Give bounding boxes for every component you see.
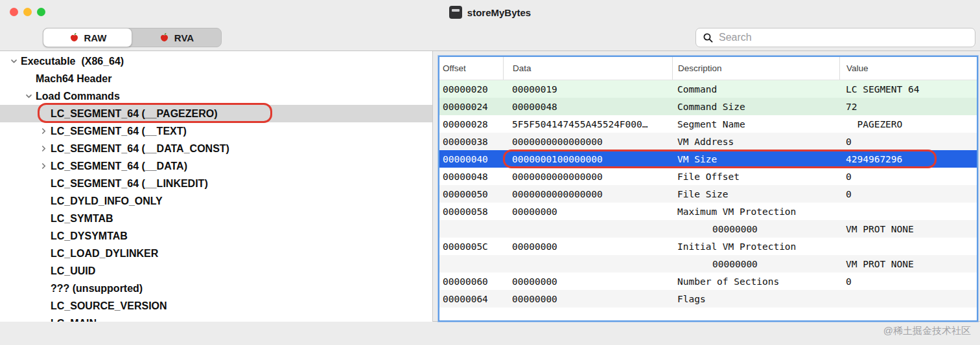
cell-offset: 00000060	[439, 276, 503, 287]
cell-value: __PAGEZERO	[839, 119, 977, 129]
table-row[interactable]: 000000480000000000000000File Offset0	[439, 168, 977, 185]
cell-desc: Command	[672, 84, 839, 95]
cell-offset: 00000038	[439, 137, 503, 147]
sidebar-item-label: LC_DYLD_INFO_ONLY	[51, 195, 163, 207]
table-row[interactable]: 0000005C00000000Initial VM Protection	[439, 238, 977, 255]
sidebar-item-label: Load Commands	[36, 91, 120, 102]
cell-value: VM_PROT_NONE	[839, 259, 977, 269]
traffic-lights	[10, 8, 45, 16]
cell-offset: 00000028	[439, 119, 503, 129]
cell-data: 00000000	[503, 241, 672, 252]
sidebar-item-label: LC_MAIN	[51, 318, 97, 322]
app-icon	[449, 6, 462, 19]
sidebar-item-label: LC_SEGMENT_64 (__LINKEDIT)	[51, 178, 208, 190]
chevron-down-icon[interactable]	[6, 57, 21, 65]
cell-offset: 00000040	[439, 154, 503, 164]
table-row[interactable]: 00000000VM_PROT_NONE	[439, 255, 977, 273]
zoom-button[interactable]	[37, 8, 45, 16]
apple-icon	[69, 32, 80, 43]
sidebar-item[interactable]: Executable (X86_64)	[0, 52, 432, 70]
sidebar-item[interactable]: LC_SEGMENT_64 (__TEXT)	[0, 122, 432, 140]
sidebar-item[interactable]: LC_LOAD_DYLINKER	[0, 245, 432, 262]
table-row[interactable]: 0000006000000000Number of Sections0	[439, 273, 977, 290]
titlebar: storeMyBytes	[0, 0, 980, 25]
minimize-button[interactable]	[23, 8, 32, 16]
sidebar-item[interactable]: ??? (unsupported)	[0, 280, 432, 297]
sidebar-item-label: LC_UUID	[51, 265, 95, 277]
search-icon	[703, 32, 714, 43]
table-row[interactable]: 000000500000000000000000File Size0	[439, 185, 977, 203]
cell-offset: 00000020	[439, 84, 503, 95]
sidebar-item[interactable]: LC_SOURCE_VERSION	[0, 297, 432, 315]
column-header-description[interactable]: Description	[672, 57, 839, 80]
close-button[interactable]	[10, 8, 18, 16]
chevron-right-icon[interactable]	[36, 144, 51, 153]
view-mode-raw-button[interactable]: RAW	[43, 28, 132, 47]
chevron-right-icon[interactable]	[36, 162, 51, 170]
table-row[interactable]: 000000400000000100000000VM Size429496729…	[439, 150, 977, 168]
table-row[interactable]: 0000006400000000Flags	[439, 290, 977, 307]
sidebar-item-label: LC_SEGMENT_64 (__PAGEZERO)	[51, 108, 218, 120]
sidebar-item[interactable]: LC_MAIN	[0, 315, 432, 322]
table-row[interactable]: 0000005800000000Maximum VM Protection	[439, 203, 977, 220]
detail-table-panel: OffsetDataDescriptionValue 0000002000000…	[438, 56, 978, 322]
search-input[interactable]	[719, 32, 968, 43]
cell-value: 4294967296	[839, 154, 977, 164]
chevron-right-icon[interactable]	[36, 127, 51, 135]
sidebar-item[interactable]: LC_SEGMENT_64 (__DATA)	[0, 157, 432, 175]
sidebar-item-label: LC_LOAD_DYLINKER	[51, 248, 158, 260]
cell-desc: VM Size	[672, 154, 839, 164]
sidebar-item[interactable]: Mach64 Header	[0, 70, 432, 87]
cell-data: 00000000	[503, 276, 672, 287]
table-body: 0000002000000019CommandLC_SEGMENT_640000…	[439, 80, 977, 307]
sidebar-item[interactable]: LC_DYLD_INFO_ONLY	[0, 192, 432, 210]
sidebar-item[interactable]: Load Commands	[0, 87, 432, 105]
window-title-group: storeMyBytes	[449, 6, 531, 19]
cell-desc: Segment Name	[672, 119, 839, 129]
window-title: storeMyBytes	[467, 7, 531, 18]
sidebar-item-label: LC_SEGMENT_64 (__TEXT)	[51, 126, 187, 137]
sidebar-item[interactable]: LC_DYSYMTAB	[0, 227, 432, 245]
sidebar-item-label: LC_DYSYMTAB	[51, 230, 128, 242]
chevron-down-icon[interactable]	[21, 92, 36, 100]
table-row[interactable]: 0000002000000019CommandLC_SEGMENT_64	[439, 80, 977, 98]
table-row[interactable]: 0000002400000048Command Size72	[439, 98, 977, 115]
cell-offset: 0000005C	[439, 241, 503, 252]
column-header-offset[interactable]: Offset	[439, 57, 503, 80]
cell-desc: Number of Sections	[672, 276, 839, 287]
sidebar-item-label: LC_SYMTAB	[51, 213, 113, 225]
cell-desc: Maximum VM Protection	[672, 206, 839, 217]
table-row[interactable]: 000000285F5F504147455A45524F000…Segment …	[439, 115, 977, 133]
sidebar-item-label: LC_SEGMENT_64 (__DATA_CONST)	[51, 143, 229, 155]
table-row[interactable]: 00000000VM_PROT_NONE	[439, 220, 977, 238]
toolbar: RAWRVA	[0, 25, 980, 51]
cell-desc: File Offset	[672, 172, 839, 182]
cell-data: 0000000000000000	[503, 172, 672, 182]
sidebar-item-label: ??? (unsupported)	[51, 283, 143, 295]
app-window: storeMyBytes RAWRVA Executable (X86_64)M…	[0, 0, 980, 345]
cell-offset: 00000024	[439, 102, 503, 112]
sidebar-item[interactable]: LC_SEGMENT_64 (__DATA_CONST)	[0, 140, 432, 157]
sidebar-item[interactable]: LC_UUID	[0, 262, 432, 280]
cell-desc: VM Address	[672, 137, 839, 147]
sidebar-item-label: Executable (X86_64)	[21, 56, 124, 67]
cell-data: 0000000000000000	[503, 137, 672, 147]
cell-value: 0	[839, 137, 977, 147]
table-row[interactable]: 000000380000000000000000VM Address0	[439, 133, 977, 150]
view-mode-rva-button[interactable]: RVA	[132, 28, 221, 47]
sidebar-item[interactable]: LC_SYMTAB	[0, 210, 432, 227]
column-header-value[interactable]: Value	[839, 57, 977, 80]
cell-offset: 00000064	[439, 294, 503, 304]
sidebar-tree: Executable (X86_64)Mach64 HeaderLoad Com…	[0, 51, 433, 322]
cell-data: 00000048	[503, 102, 672, 112]
column-header-data[interactable]: Data	[503, 57, 672, 80]
cell-offset: 00000050	[439, 189, 503, 199]
sidebar-item[interactable]: LC_SEGMENT_64 (__LINKEDIT)	[0, 175, 432, 192]
cell-data: 0000000100000000	[503, 154, 672, 164]
view-mode-segmented-control: RAWRVA	[43, 28, 222, 47]
sidebar-item[interactable]: LC_SEGMENT_64 (__PAGEZERO)	[0, 105, 432, 122]
sidebar-item-label: LC_SEGMENT_64 (__DATA)	[51, 161, 187, 172]
search-field[interactable]	[695, 28, 975, 47]
cell-value: LC_SEGMENT_64	[839, 84, 977, 95]
cell-desc: File Size	[672, 189, 839, 199]
